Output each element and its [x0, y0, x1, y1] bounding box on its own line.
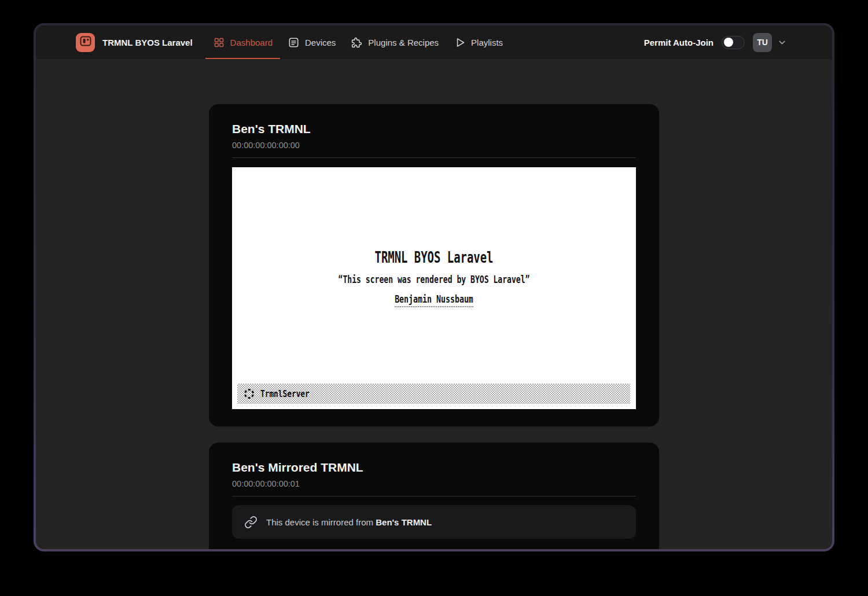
device-name: Ben's TRMNL — [232, 122, 636, 137]
app-title: TRMNL BYOS Laravel — [102, 38, 193, 47]
app-window-frame: TRMNL BYOS Laravel Dashboard — [34, 23, 834, 551]
card-divider — [232, 157, 636, 158]
link-icon — [244, 516, 258, 529]
eink-heading: TRMNL BYOS Laravel — [293, 248, 576, 266]
dashboard-content: Ben's TRMNL 00:00:00:00:00:00 TRMNL BYOS… — [36, 59, 832, 549]
spinner-icon — [243, 388, 255, 400]
trmnl-device-icon — [79, 34, 93, 50]
toggle-knob — [724, 38, 733, 47]
device-name: Ben's Mirrored TRMNL — [232, 460, 636, 475]
nav-item-dashboard[interactable]: Dashboard — [205, 25, 280, 59]
puzzle-icon — [351, 36, 363, 49]
eink-titlebar: TrmnlServer — [237, 384, 630, 404]
app-logo[interactable] — [76, 33, 95, 52]
device-card-bens-mirrored-trmnl: Ben's Mirrored TRMNL 00:00:00:00:00:01 T… — [209, 443, 659, 549]
permit-auto-join-label: Permit Auto-Join — [644, 38, 713, 47]
eink-author-link: Benjamin Nussbaum — [395, 293, 473, 307]
nav-item-playlists[interactable]: Playlists — [446, 25, 510, 59]
device-mac-address: 00:00:00:00:00:01 — [232, 479, 636, 489]
eink-author-row: Benjamin Nussbaum — [277, 293, 591, 307]
device-mac-address: 00:00:00:00:00:00 — [232, 140, 636, 150]
chevron-down-icon[interactable] — [777, 38, 787, 47]
user-avatar[interactable]: TU — [753, 33, 772, 52]
mirror-notice-box: This device is mirrored from Ben's TRMNL — [232, 505, 636, 539]
permit-auto-join-toggle[interactable] — [722, 36, 745, 49]
eink-screen-preview: TRMNL BYOS Laravel “This screen was rend… — [232, 167, 636, 409]
nav-item-label: Playlists — [471, 38, 503, 47]
mirror-notice-prefix: This device is mirrored from — [266, 517, 376, 527]
card-divider — [232, 496, 636, 496]
mirror-source-device: Ben's TRMNL — [376, 517, 432, 527]
nav-item-label: Devices — [305, 38, 336, 47]
eink-titlebar-label: TrmnlServer — [260, 388, 310, 399]
nav-item-plugins-recipes[interactable]: Plugins & Recipes — [343, 25, 446, 59]
active-tab-underline — [205, 58, 280, 59]
device-list-icon — [288, 36, 300, 49]
mirror-notice-text: This device is mirrored from Ben's TRMNL — [266, 517, 432, 527]
navbar-right-controls: Permit Auto-Join TU — [644, 33, 787, 52]
grid-icon — [213, 36, 225, 49]
main-nav: Dashboard Devices — [205, 25, 511, 59]
play-icon — [454, 36, 466, 49]
eink-quote: “This screen was rendered by BYOS Larave… — [278, 274, 589, 285]
nav-item-label: Dashboard — [230, 38, 273, 47]
nav-item-label: Plugins & Recipes — [368, 38, 439, 47]
top-navbar: TRMNL BYOS Laravel Dashboard — [36, 25, 832, 59]
app-window: TRMNL BYOS Laravel Dashboard — [36, 25, 832, 549]
device-card-bens-trmnl: Ben's TRMNL 00:00:00:00:00:00 TRMNL BYOS… — [209, 104, 659, 426]
nav-item-devices[interactable]: Devices — [280, 25, 343, 59]
